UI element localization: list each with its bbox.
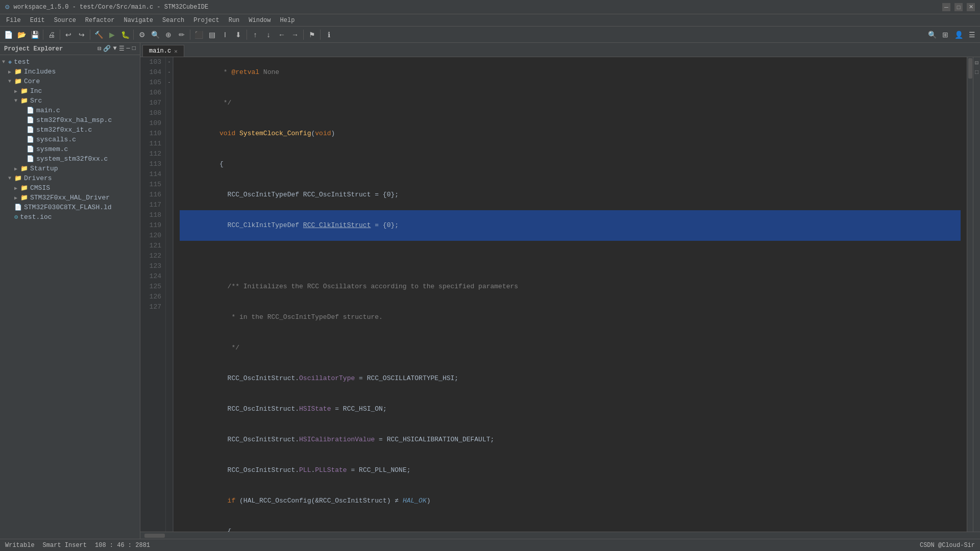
toolbar-extra-3[interactable]: ☰ (966, 29, 978, 41)
ln-115: 115 (144, 180, 161, 190)
undo-button[interactable]: ↩ (62, 29, 75, 41)
code-line-115: RCC_OscInitStruct.HSICalibrationValue = … (180, 424, 961, 455)
system-c-icon: 📄 (27, 155, 34, 163)
tree-label-sysmem: sysmem.c (36, 145, 68, 153)
toolbar-btn-16[interactable]: → (289, 29, 301, 41)
horizontal-scrollbar[interactable] (140, 532, 980, 539)
toolbar-btn-5[interactable]: ⚙ (136, 29, 148, 41)
menu-refactor[interactable]: Refactor (81, 16, 119, 25)
hal-driver-folder-icon: 📁 (20, 194, 28, 202)
tree-item-drivers[interactable]: ▼ 📁 Drivers (0, 173, 140, 183)
tree-item-hal-driver[interactable]: ▶ 📁 STM32F0xx_HAL_Driver (0, 193, 140, 203)
tree-item-core[interactable]: ▼ 📁 Core (0, 77, 140, 86)
tab-close-icon[interactable]: ✕ (174, 48, 178, 55)
tree-item-cmsis[interactable]: ▶ 📁 CMSIS (0, 183, 140, 193)
minimize-sidebar-icon[interactable]: ─ (127, 45, 130, 53)
tree-item-syscalls[interactable]: 📄 syscalls.c (0, 135, 140, 144)
inc-folder-icon: 📁 (20, 87, 28, 95)
menu-help[interactable]: Help (276, 16, 299, 25)
toolbar-btn-6[interactable]: 🔍 (149, 29, 161, 41)
toolbar-btn-11[interactable]: I (219, 29, 231, 41)
it-c-icon: 📄 (27, 126, 34, 134)
toolbar-extra-2[interactable]: 👤 (952, 29, 965, 41)
filter-icon[interactable]: ▼ (113, 45, 116, 53)
toolbar-btn-8[interactable]: ✏ (176, 29, 188, 41)
save-button[interactable]: 💾 (29, 29, 41, 41)
fold-110[interactable]: - (166, 67, 173, 78)
editor-wrapper: 103 104 105 106 107 108 109 110 111 112 … (140, 57, 980, 532)
sidebar-header-icons[interactable]: ⊟ 🔗 ▼ ☰ ─ □ (97, 45, 136, 53)
tree-item-inc[interactable]: ▶ 📁 Inc (0, 86, 140, 96)
tree-item-sysmem[interactable]: 📄 sysmem.c (0, 144, 140, 154)
vertical-scrollbar[interactable] (967, 57, 973, 532)
tree-item-it-c[interactable]: 📄 stm32f0xx_it.c (0, 125, 140, 135)
code-area[interactable]: * @retval None */ void SystemClock_Confi… (174, 57, 967, 532)
maximize-sidebar-icon[interactable]: □ (132, 45, 136, 53)
ln-110: 110 (144, 129, 161, 139)
code-line-107: RCC_OscInitTypeDef RCC_OscInitStruct = {… (180, 180, 961, 210)
tab-label: main.c (149, 47, 171, 55)
tree-item-src[interactable]: ▼ 📁 Src (0, 96, 140, 106)
toolbar-btn-10[interactable]: ▤ (206, 29, 218, 41)
redo-button[interactable]: ↪ (76, 29, 88, 41)
toolbar-extra-1[interactable]: ⊞ (939, 29, 951, 41)
search-toolbar-button[interactable]: 🔍 (926, 29, 938, 41)
print-button[interactable]: 🖨 (45, 29, 58, 41)
debug-button[interactable]: 🐛 (119, 29, 131, 41)
menu-source[interactable]: Source (50, 16, 80, 25)
tree-item-startup[interactable]: ▶ 📁 Startup (0, 164, 140, 173)
ioc-icon: ⚙ (14, 213, 18, 221)
new-button[interactable]: 📄 (2, 29, 14, 41)
right-sidebar-btn-2[interactable]: □ (975, 69, 978, 76)
h-scroll-thumb[interactable] (144, 534, 165, 538)
toolbar-btn-15[interactable]: ← (276, 29, 288, 41)
menu-run[interactable]: Run (225, 16, 244, 25)
minimize-button[interactable]: ─ (942, 3, 950, 11)
toolbar-btn-17[interactable]: ⚑ (306, 29, 318, 41)
open-button[interactable]: 📂 (15, 29, 28, 41)
fold-105[interactable]: - (166, 57, 173, 67)
ln-122: 122 (144, 251, 161, 261)
menu-file[interactable]: File (2, 16, 25, 25)
right-sidebar-btn-1[interactable]: ⊟ (975, 59, 978, 67)
link-editor-icon[interactable]: 🔗 (103, 45, 111, 53)
tree-item-hal-msp[interactable]: 📄 stm32f0xx_hal_msp.c (0, 115, 140, 125)
fold-121[interactable]: - (166, 78, 173, 88)
info-button[interactable]: ℹ (323, 29, 335, 41)
build-button[interactable]: 🔨 (92, 29, 105, 41)
toolbar-btn-13[interactable]: ↑ (249, 29, 261, 41)
status-writable: Writable (5, 542, 35, 549)
menu-navigate[interactable]: Navigate (119, 16, 157, 25)
tree-arrow-startup: ▶ (14, 166, 20, 172)
ln-121: 121 (144, 241, 161, 251)
code-comment-104: */ (219, 99, 231, 107)
run-button[interactable]: ▶ (106, 29, 118, 41)
menu-project[interactable]: Project (189, 16, 223, 25)
tab-main-c[interactable]: main.c ✕ (142, 45, 184, 57)
menu-edit[interactable]: Edit (26, 16, 49, 25)
toolbar-btn-14[interactable]: ↓ (262, 29, 275, 41)
ld-icon: 📄 (14, 204, 22, 211)
menu-window[interactable]: Window (244, 16, 275, 25)
maximize-button[interactable]: □ (954, 3, 963, 11)
code-comment-112: */ (219, 344, 239, 352)
tree-item-system[interactable]: 📄 system_stm32f0xx.c (0, 154, 140, 164)
scrollbar-thumb[interactable] (968, 58, 972, 79)
sidebar-menu-icon[interactable]: ☰ (119, 45, 125, 53)
title-bar-controls[interactable]: ─ □ ✕ (942, 3, 975, 11)
tree-item-includes[interactable]: ▶ 📁 Includes (0, 67, 140, 77)
tree-item-ld[interactable]: 📄 STM32F030C8TX_FLASH.ld (0, 203, 140, 212)
menu-search[interactable]: Search (158, 16, 188, 25)
tree-label-inc: Inc (30, 87, 42, 95)
tree-item-test[interactable]: ▼ ◈ test (0, 57, 140, 67)
toolbar-btn-9[interactable]: ⬛ (192, 29, 205, 41)
code-line-113: RCC_OscInitStruct.OscillatorType = RCC_O… (180, 363, 961, 394)
toolbar-btn-12[interactable]: ⬇ (232, 29, 244, 41)
tree-item-ioc[interactable]: ⚙ test.ioc (0, 212, 140, 222)
collapse-all-icon[interactable]: ⊟ (97, 45, 101, 53)
close-button[interactable]: ✕ (967, 3, 975, 11)
toolbar-btn-7[interactable]: ⊕ (162, 29, 175, 41)
code-line-116: RCC_OscInitStruct.PLL.PLLState = RCC_PLL… (180, 455, 961, 486)
tree-item-main-c[interactable]: 📄 main.c (0, 106, 140, 115)
tree-label-ld: STM32F030C8TX_FLASH.ld (24, 204, 112, 211)
